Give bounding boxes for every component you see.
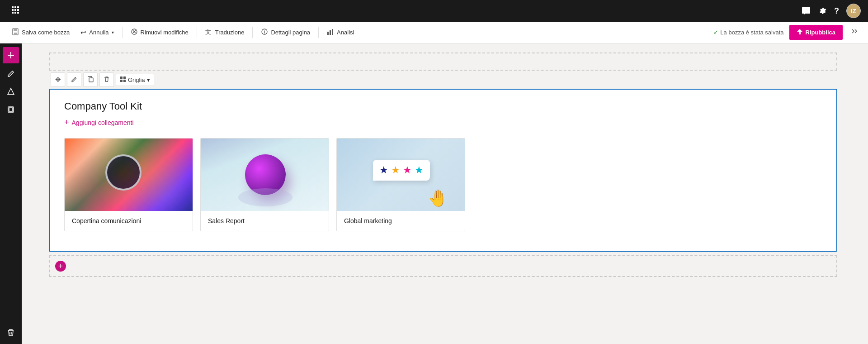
grid-icon	[11, 6, 19, 16]
svg-rect-22	[120, 80, 123, 82]
card-title-3: Global marketing	[337, 211, 465, 231]
card-image-2	[201, 139, 329, 211]
purple-ball-shape	[245, 154, 286, 195]
card-global-marketing[interactable]: ★ ★ ★ ★ 🤚 Global marketing	[336, 138, 465, 231]
svg-rect-6	[12, 12, 14, 14]
card-image-3: ★ ★ ★ ★ 🤚	[337, 139, 465, 211]
undo-dropdown-icon: ▾	[112, 30, 114, 35]
stars-bg: ★ ★ ★ ★ 🤚	[337, 139, 465, 211]
city-lights-bg	[65, 139, 193, 211]
svg-rect-7	[14, 12, 16, 14]
add-section-button[interactable]	[3, 47, 19, 63]
page-details-icon	[261, 28, 268, 37]
purple-ball-bg	[201, 139, 329, 211]
check-icon: ✓	[713, 29, 718, 36]
sidebar-bottom	[3, 324, 19, 344]
separator-1	[122, 27, 123, 38]
remove-icon	[131, 28, 138, 37]
star-1: ★	[379, 164, 388, 176]
trash-sidebar-button[interactable]	[3, 324, 19, 340]
republish-button[interactable]: Ripubblica	[789, 25, 843, 40]
svg-rect-20	[120, 76, 123, 79]
delete-icon	[104, 76, 110, 84]
svg-rect-0	[12, 6, 14, 8]
editor-toolbar: Salva come bozza ↩ Annulla ▾ Rimuovi mod…	[0, 22, 868, 43]
star-3: ★	[403, 164, 412, 176]
rating-group: ★ ★ ★ ★ 🤚	[373, 164, 430, 185]
plus-icon: +	[64, 118, 69, 127]
block-title: Company Tool Kit	[64, 100, 822, 112]
analytics-button[interactable]: Analisi	[322, 25, 359, 39]
feedback-button[interactable]	[802, 6, 811, 15]
layers-sidebar-button[interactable]	[3, 101, 19, 118]
add-block-bottom-button[interactable]: +	[55, 261, 66, 272]
grid-layout-icon	[120, 76, 126, 84]
saved-status: ✓ La bozza è stata salvata	[713, 29, 783, 36]
move-block-button[interactable]: ✥	[51, 72, 65, 87]
card-image-1	[65, 139, 193, 211]
card-copertina[interactable]: Copertina comunicazioni	[64, 138, 193, 231]
shapes-sidebar-button[interactable]	[3, 83, 19, 100]
svg-rect-1	[14, 6, 16, 8]
translation-icon: 文	[205, 28, 212, 37]
move-icon: ✥	[55, 76, 61, 84]
page-details-button[interactable]: Dettagli pagina	[256, 25, 315, 39]
cards-grid: Copertina comunicazioni Sales Report	[64, 138, 822, 231]
card-title-2: Sales Report	[201, 211, 329, 231]
republish-icon	[797, 29, 803, 36]
separator-2	[197, 27, 197, 38]
help-button[interactable]: ?	[834, 6, 839, 16]
card-title-1: Copertina comunicazioni	[65, 211, 193, 231]
dropdown-chevron-icon: ▾	[147, 76, 150, 83]
svg-rect-23	[123, 80, 126, 82]
collapse-button[interactable]	[848, 25, 861, 40]
svg-rect-19	[89, 78, 93, 82]
edit-sidebar-button[interactable]	[3, 65, 19, 81]
separator-3	[252, 27, 253, 38]
settings-button[interactable]	[818, 6, 827, 15]
card-sales-report[interactable]: Sales Report	[200, 138, 329, 231]
edit-icon	[71, 76, 77, 84]
scrollbar-area	[864, 43, 868, 344]
svg-rect-14	[327, 32, 329, 35]
svg-rect-21	[123, 76, 126, 79]
svg-rect-3	[12, 9, 14, 11]
undo-button[interactable]: ↩ Annulla ▾	[76, 26, 118, 39]
copy-block-button[interactable]	[83, 72, 98, 87]
avatar[interactable]: IZ	[846, 4, 861, 18]
delete-block-button[interactable]	[99, 72, 114, 87]
svg-rect-15	[330, 30, 331, 35]
save-icon	[12, 28, 19, 37]
star-4: ★	[415, 164, 424, 176]
copy-icon	[87, 76, 94, 84]
grid-dropdown[interactable]: Griglia ▾	[116, 74, 154, 86]
canvas-area: ✥ Griglia ▾	[22, 43, 864, 344]
remove-changes-button[interactable]: Rimuovi modifiche	[126, 25, 193, 39]
svg-rect-11	[14, 33, 17, 34]
grid-menu-button[interactable]	[7, 3, 24, 19]
bottom-drop-zone[interactable]: +	[49, 255, 837, 277]
svg-rect-8	[17, 12, 19, 14]
magnifier-icon	[105, 154, 142, 191]
edit-block-button[interactable]	[67, 72, 81, 87]
star-2: ★	[391, 164, 400, 176]
svg-rect-2	[17, 6, 19, 8]
top-navigation: ? IZ	[0, 0, 868, 22]
save-draft-button[interactable]: Salva come bozza	[7, 25, 74, 39]
svg-rect-4	[14, 9, 16, 11]
svg-rect-5	[17, 9, 19, 11]
separator-4	[318, 27, 319, 38]
svg-rect-10	[14, 29, 17, 31]
svg-rect-16	[332, 29, 333, 35]
hand-pointing-icon: 🤚	[428, 189, 448, 208]
translation-button[interactable]: 文 Traduzione	[201, 25, 249, 39]
add-links-button[interactable]: + Aggiungi collegamenti	[64, 118, 822, 127]
rating-bubble: ★ ★ ★ ★	[373, 160, 430, 181]
top-drop-zone[interactable]	[49, 53, 837, 71]
content-block: Company Tool Kit + Aggiungi collegamenti…	[49, 89, 837, 252]
svg-rect-18	[9, 108, 13, 111]
svg-text:文: 文	[205, 29, 211, 35]
undo-icon: ↩	[80, 29, 86, 37]
block-toolbar: ✥ Griglia ▾	[49, 72, 837, 87]
main-area: ✥ Griglia ▾	[0, 43, 868, 344]
